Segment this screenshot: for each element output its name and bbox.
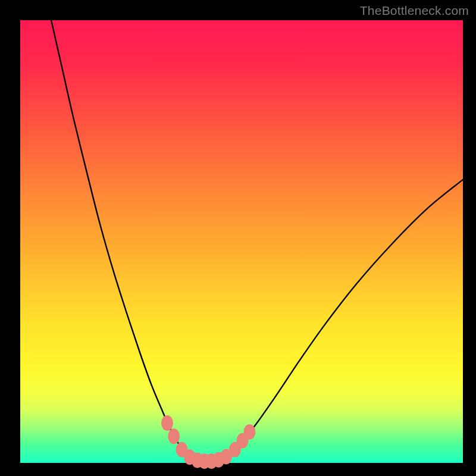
watermark-text: TheBottleneck.com [360, 4, 469, 18]
chart-frame: TheBottleneck.com [0, 0, 476, 476]
curve-marker [168, 428, 180, 444]
chart-svg [0, 0, 476, 476]
bottleneck-curve [51, 20, 463, 462]
curve-marker [243, 424, 255, 440]
curve-marker [161, 415, 173, 431]
marker-group [161, 415, 255, 469]
